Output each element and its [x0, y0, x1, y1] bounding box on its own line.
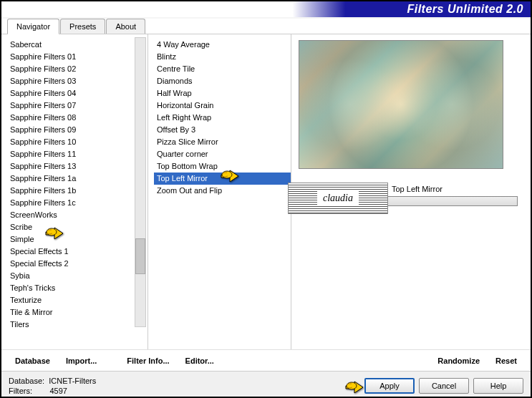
reset-button[interactable]: Reset — [488, 353, 525, 369]
list-item[interactable]: Half Wrap — [154, 87, 291, 100]
list-item[interactable]: Top Left Mirror — [154, 173, 291, 185]
list-item[interactable]: Sapphire Filters 01 — [7, 51, 147, 63]
scrollbar-thumb[interactable] — [135, 238, 145, 274]
apply-button[interactable]: Apply — [364, 378, 415, 394]
dialog-buttons: Apply Cancel Help — [364, 378, 523, 394]
list-item[interactable]: Sapphire Filters 11 — [7, 148, 147, 160]
list-item[interactable]: Sapphire Filters 09 — [7, 124, 147, 136]
toolbar-row: Database Import... Filter Info... Editor… — [1, 349, 531, 371]
list-item[interactable]: Simple — [7, 233, 147, 246]
watermark-text: claudia — [317, 191, 359, 205]
list-item[interactable]: Tilers — [7, 319, 147, 329]
list-item[interactable]: Sapphire Filters 1c — [7, 197, 147, 209]
progress-bar — [377, 196, 518, 206]
cancel-button[interactable]: Cancel — [419, 378, 469, 394]
list-item[interactable]: Top Bottom Wrap — [154, 160, 291, 173]
filter-column: 4 Way AverageBlintzCentre TileDiamondsHa… — [148, 34, 291, 349]
category-scrollbar[interactable] — [135, 37, 146, 327]
preview-image — [299, 40, 503, 169]
list-item[interactable]: Sapphire Filters 07 — [7, 100, 147, 112]
list-item[interactable]: Special Effects 2 — [7, 258, 147, 270]
list-item[interactable]: Scribe — [7, 221, 147, 233]
list-item[interactable]: Teph's Tricks — [7, 282, 147, 294]
database-value: ICNET-Filters — [49, 377, 96, 385]
list-item[interactable]: Sapphire Filters 1b — [7, 185, 147, 197]
category-listbox[interactable]: SabercatSapphire Filters 01Sapphire Filt… — [7, 39, 147, 329]
list-item[interactable]: Sapphire Filters 02 — [7, 63, 147, 75]
list-item[interactable]: ScreenWorks — [7, 209, 147, 221]
list-item[interactable]: 4 Way Average — [154, 39, 291, 51]
list-item[interactable]: Sapphire Filters 13 — [7, 160, 147, 173]
list-item[interactable]: Diamonds — [154, 75, 291, 87]
editor-button[interactable]: Editor... — [178, 353, 222, 369]
list-item[interactable]: Blintz — [154, 51, 291, 63]
list-item[interactable]: Sybia — [7, 270, 147, 282]
database-label: Database: — [9, 377, 44, 385]
watermark-badge: claudia — [288, 183, 388, 214]
category-column: SabercatSapphire Filters 01Sapphire Filt… — [1, 34, 148, 349]
list-item[interactable]: Left Right Wrap — [154, 112, 291, 124]
filters-count: 4597 — [49, 387, 67, 395]
list-item[interactable]: Texturize — [7, 294, 147, 306]
list-item[interactable]: Pizza Slice Mirror — [154, 136, 291, 148]
content-area: SabercatSapphire Filters 01Sapphire Filt… — [1, 34, 531, 349]
list-item[interactable]: Sapphire Filters 08 — [7, 112, 147, 124]
svg-point-2 — [347, 382, 357, 389]
list-item[interactable]: Horizontal Grain — [154, 100, 291, 112]
list-item[interactable]: Sapphire Filters 03 — [7, 75, 147, 87]
filters-label: Filters: — [9, 387, 32, 395]
tab-about[interactable]: About — [106, 19, 145, 34]
list-item[interactable]: Special Effects 1 — [7, 246, 147, 258]
tab-navigator[interactable]: Navigator — [7, 19, 59, 34]
pointer-icon — [344, 378, 364, 394]
randomize-button[interactable]: Randomize — [430, 353, 488, 369]
list-item[interactable]: Centre Tile — [154, 63, 291, 75]
database-button[interactable]: Database — [7, 353, 58, 369]
app-title: Filters Unlimited 2.0 — [407, 3, 523, 16]
tab-presets[interactable]: Presets — [60, 19, 105, 34]
list-item[interactable]: Sapphire Filters 04 — [7, 87, 147, 100]
title-bar: Filters Unlimited 2.0 — [1, 1, 531, 17]
status-info: Database: ICNET-Filters Filters: 4597 — [9, 376, 96, 396]
list-item[interactable]: Tile & Mirror — [7, 306, 147, 319]
list-item[interactable]: Offset By 3 — [154, 124, 291, 136]
list-item[interactable]: Zoom Out and Flip — [154, 185, 291, 197]
tab-bar: Navigator Presets About — [1, 19, 531, 34]
list-item[interactable]: Sapphire Filters 1a — [7, 173, 147, 185]
list-item[interactable]: Sabercat — [7, 39, 147, 51]
filter-listbox[interactable]: 4 Way AverageBlintzCentre TileDiamondsHa… — [154, 39, 291, 329]
status-bar: Database: ICNET-Filters Filters: 4597 Ap… — [1, 371, 531, 398]
list-item[interactable]: Quarter corner — [154, 148, 291, 160]
filter-info-button[interactable]: Filter Info... — [119, 353, 177, 369]
import-button[interactable]: Import... — [58, 353, 105, 369]
list-item[interactable]: Sapphire Filters 10 — [7, 136, 147, 148]
help-button[interactable]: Help — [473, 378, 523, 394]
